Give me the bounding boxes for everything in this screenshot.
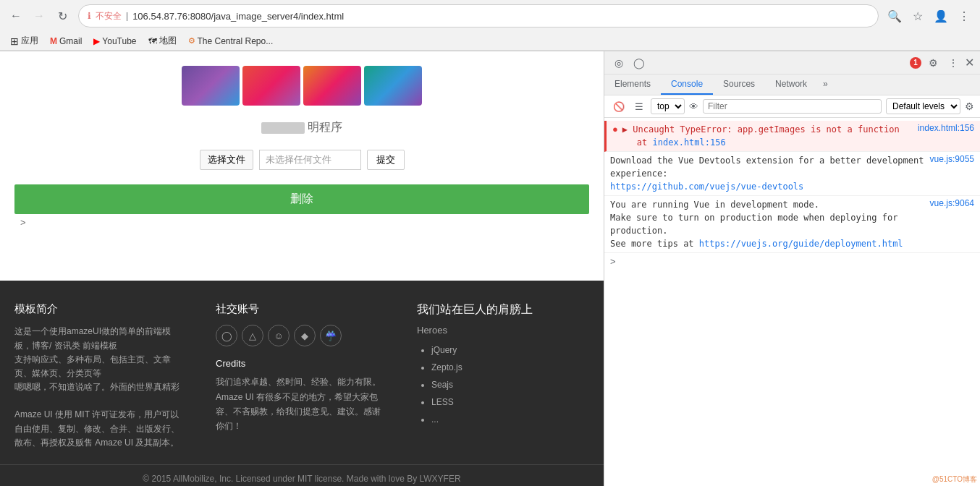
banner-image-2 — [242, 66, 300, 106]
devtools-tabs: Elements Console Sources Network » — [604, 74, 980, 95]
info-content-2: Download the Vue Devtools extension for … — [610, 154, 974, 193]
footer-col-1: 模板简介 这是一个使用amazeUI做的简单的前端模板，博客/ 资讯类 前端模板… — [14, 302, 187, 450]
device-toolbar-button[interactable]: ◯ — [630, 54, 648, 72]
page-body: 明程序 选择文件 未选择任何文件 提交 删除 > — [0, 51, 604, 281]
watermark: @51CTO博客 — [932, 474, 977, 485]
bookmark-central[interactable]: ⚙ The Central Repo... — [184, 35, 278, 48]
error-link-1[interactable]: index.html:156 — [653, 137, 726, 148]
back-button[interactable]: ← — [6, 6, 26, 26]
console-info-line-3: You are running Vue in development mode.… — [604, 196, 980, 253]
browser-toolbar: ← → ↻ ℹ 不安全 | 106.54.87.76:8080/java_ima… — [0, 0, 980, 32]
social-icon-wechat[interactable]: △ — [242, 325, 263, 346]
info-source-2[interactable]: vue.js:9055 — [930, 154, 974, 164]
console-filter-input[interactable] — [703, 99, 882, 114]
footer-col-2: 社交账号 ◯ △ ☺ ◆ ☔ Credits 我们追求卓越、然时间、经验、能力有… — [216, 302, 388, 450]
banner-image-3 — [303, 66, 361, 106]
choose-file-button[interactable]: 选择文件 — [200, 150, 253, 170]
bookmark-gmail[interactable]: M Gmail — [46, 35, 86, 48]
error-badge: 1 — [910, 57, 921, 69]
console-settings-button[interactable]: ⚙ — [965, 101, 974, 112]
address-text: 106.54.87.76:8080/java_image_server4/ind… — [132, 11, 869, 22]
security-icon: ℹ — [88, 11, 91, 21]
info-content-3: You are running Vue in development mode.… — [610, 198, 974, 250]
info-text-3: You are running Vue in development mode.… — [610, 198, 930, 250]
error-text-1: ▶ Uncaught TypeError: app.getImages is n… — [622, 123, 918, 149]
banner-image-4 — [364, 66, 422, 106]
info-source-3[interactable]: vue.js:9064 — [930, 198, 974, 208]
devtools-settings-button[interactable]: ⚙ — [924, 54, 942, 72]
default-levels-select[interactable]: Default levels — [886, 98, 960, 114]
deployment-link[interactable]: https://vuejs.org/guide/deployment.html — [699, 239, 903, 249]
devtools-more-tabs[interactable]: » — [817, 74, 834, 95]
tab-elements[interactable]: Elements — [604, 74, 661, 95]
error-source-1[interactable]: index.html:156 — [918, 123, 974, 133]
hero-jquery: jQuery — [431, 341, 589, 359]
social-icon-other[interactable]: ☔ — [320, 325, 342, 346]
bookmark-button[interactable]: ☆ — [908, 6, 928, 26]
search-button[interactable]: 🔍 — [884, 6, 905, 26]
gmail-icon: M — [50, 36, 57, 46]
footer-heading-intro: 模板简介 — [14, 302, 187, 316]
hero-etc: ... — [431, 411, 589, 428]
giants-heading: 我们站在巨人的肩膀上 — [417, 302, 589, 317]
error-content-1: ▶ Uncaught TypeError: app.getImages is n… — [622, 123, 974, 149]
hero-zepto: Zepto.js — [431, 359, 589, 376]
bookmark-apps[interactable]: ⊞ 应用 — [6, 33, 43, 48]
console-eye-button[interactable]: 👁 — [689, 101, 698, 112]
social-icon-github[interactable]: ◆ — [294, 325, 316, 346]
devtools-panel: ◎ ◯ 1 ⚙ ⋮ ✕ Elements Console Sources Net… — [604, 51, 980, 486]
bookmark-youtube[interactable]: ▶ YouTube — [89, 35, 140, 48]
maps-icon: 🗺 — [148, 36, 157, 46]
banner-images — [182, 66, 422, 106]
devtools-top-toolbar: ◎ ◯ 1 ⚙ ⋮ ✕ — [604, 51, 980, 74]
forward-button[interactable]: → — [29, 6, 49, 26]
youtube-icon: ▶ — [93, 36, 100, 46]
devtools-close-button[interactable]: ✕ — [965, 56, 974, 69]
page-content: 明程序 选择文件 未选择任何文件 提交 删除 > 模板简介 这是一个使用amaz… — [0, 51, 604, 486]
no-file-label: 未选择任何文件 — [259, 150, 361, 170]
separator: | — [126, 11, 128, 21]
upload-section: 选择文件 未选择任何文件 提交 — [200, 150, 405, 170]
delete-button[interactable]: 删除 — [14, 184, 589, 214]
console-info-line-2: Download the Vue Devtools extension for … — [604, 152, 980, 196]
tab-sources[interactable]: Sources — [713, 74, 765, 95]
maps-label: 地图 — [159, 35, 177, 47]
central-label: The Central Repo... — [198, 36, 274, 46]
hero-list: jQuery Zepto.js Seajs LESS ... — [417, 341, 589, 428]
social-icons: ◯ △ ☺ ◆ ☔ — [216, 325, 388, 346]
footer-heading-social: 社交账号 — [216, 302, 388, 316]
bookmarks-bar: ⊞ 应用 M Gmail ▶ YouTube 🗺 地图 ⚙ The Centra… — [0, 32, 980, 51]
credits-heading: Credits — [216, 358, 388, 369]
console-output: ● ▶ Uncaught TypeError: app.getImages is… — [604, 118, 980, 486]
app-title: 明程序 — [261, 120, 342, 135]
submit-button[interactable]: 提交 — [367, 150, 405, 170]
devtools-more-button[interactable]: ⋮ — [945, 54, 962, 72]
footer-col-3: 我们站在巨人的肩膀上 Heroes jQuery Zepto.js Seajs … — [417, 302, 589, 450]
console-filter-button[interactable]: ☰ — [632, 100, 646, 114]
vue-devtools-link[interactable]: https://github.com/vuejs/vue-devtools — [610, 182, 803, 192]
menu-button[interactable]: ⋮ — [954, 6, 974, 26]
inspect-element-button[interactable]: ◎ — [610, 54, 628, 72]
social-icon-qq[interactable]: ☺ — [268, 325, 290, 346]
address-bar[interactable]: ℹ 不安全 | 106.54.87.76:8080/java_image_ser… — [78, 4, 879, 27]
error-icon-1: ● — [612, 124, 618, 135]
info-text-2: Download the Vue Devtools extension for … — [610, 154, 930, 193]
reload-button[interactable]: ↻ — [52, 6, 72, 26]
console-clear-button[interactable]: 🚫 — [610, 100, 628, 114]
footer-text-intro: 这是一个使用amazeUI做的简单的前端模板，博客/ 资讯类 前端模板 支持响应… — [14, 325, 187, 450]
console-error-line-1: ● ▶ Uncaught TypeError: app.getImages is… — [604, 121, 980, 152]
main-layout: 明程序 选择文件 未选择任何文件 提交 删除 > 模板简介 这是一个使用amaz… — [0, 51, 980, 486]
hero-seajs: Seajs — [431, 376, 589, 393]
youtube-label: YouTube — [102, 36, 136, 46]
social-icon-weibo[interactable]: ◯ — [216, 325, 237, 346]
tab-network[interactable]: Network — [765, 74, 817, 95]
credits-text: 我们追求卓越、然时间、经验、能力有限。Amaze UI 有很多不足的地方，希望大… — [216, 375, 388, 434]
console-context-select[interactable]: top — [651, 98, 685, 114]
tab-console[interactable]: Console — [661, 74, 713, 95]
bookmark-maps[interactable]: 🗺 地图 — [144, 33, 181, 48]
heroes-label: Heroes — [417, 325, 589, 336]
page-footer: 模板简介 这是一个使用amazeUI做的简单的前端模板，博客/ 资讯类 前端模板… — [0, 281, 604, 464]
app-title-blur — [261, 122, 305, 134]
profile-button[interactable]: 👤 — [931, 6, 951, 26]
console-prompt: > — [14, 214, 32, 231]
